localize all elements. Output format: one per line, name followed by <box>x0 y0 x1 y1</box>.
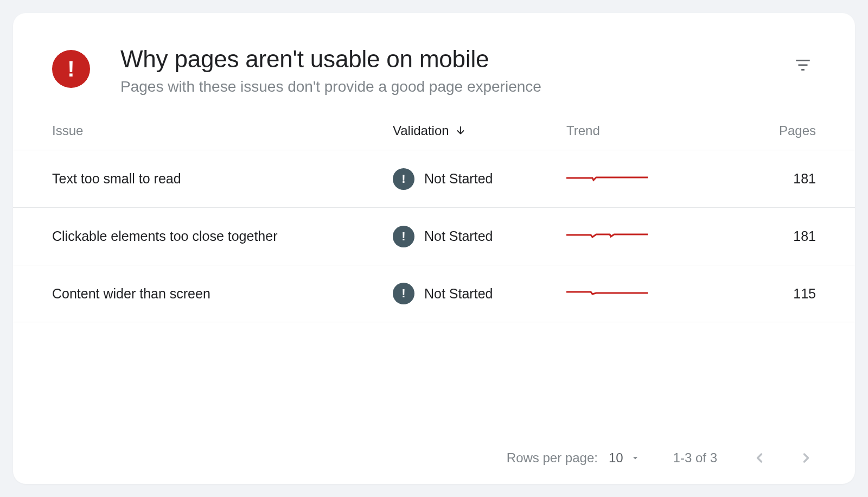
status-not-started-icon: ! <box>393 226 414 247</box>
next-page-button[interactable] <box>796 448 816 468</box>
filter-button[interactable] <box>790 52 816 78</box>
validation-cell: ! Not Started <box>393 283 566 304</box>
col-validation-label: Validation <box>393 123 449 138</box>
chevron-right-icon <box>799 450 814 466</box>
trend-sparkline-icon <box>566 228 648 245</box>
table-row[interactable]: Content wider than screen ! Not Started … <box>13 265 855 322</box>
issues-card: ! Why pages aren't usable on mobile Page… <box>13 13 855 484</box>
issue-name: Text too small to read <box>52 171 393 187</box>
filter-icon <box>794 56 812 74</box>
trend-cell <box>566 285 718 302</box>
sort-desc-icon <box>455 125 467 137</box>
trend-sparkline-icon <box>566 171 648 187</box>
rows-per-page-select[interactable]: 10 <box>609 450 641 466</box>
table-footer: Rows per page: 10 1-3 of 3 <box>13 433 855 468</box>
rows-per-page-value: 10 <box>609 450 623 466</box>
issues-table: Issue Validation Trend Pages Text too sm… <box>13 112 855 433</box>
validation-cell: ! Not Started <box>393 168 566 190</box>
card-title: Why pages aren't usable on mobile <box>120 46 790 73</box>
alert-icon: ! <box>52 50 90 88</box>
validation-label: Not Started <box>424 228 493 244</box>
prev-page-button[interactable] <box>750 448 769 468</box>
issue-name: Content wider than screen <box>52 286 393 302</box>
status-not-started-icon: ! <box>393 283 414 304</box>
validation-label: Not Started <box>424 171 493 187</box>
rows-per-page-label: Rows per page: <box>507 450 598 466</box>
pages-count: 181 <box>718 171 816 187</box>
trend-cell <box>566 228 718 245</box>
table-row[interactable]: Text too small to read ! Not Started 181 <box>13 150 855 207</box>
trend-cell <box>566 171 718 187</box>
col-issue[interactable]: Issue <box>52 123 393 138</box>
pages-count: 181 <box>718 228 816 244</box>
col-validation[interactable]: Validation <box>393 123 566 138</box>
pages-count: 115 <box>718 286 816 302</box>
issue-name: Clickable elements too close together <box>52 228 393 244</box>
page-range: 1-3 of 3 <box>673 450 717 466</box>
validation-cell: ! Not Started <box>393 226 566 247</box>
col-trend[interactable]: Trend <box>566 123 718 138</box>
card-header: ! Why pages aren't usable on mobile Page… <box>13 46 855 112</box>
card-subtitle: Pages with these issues don't provide a … <box>120 78 790 95</box>
trend-sparkline-icon <box>566 285 648 302</box>
validation-label: Not Started <box>424 286 493 302</box>
chevron-left-icon <box>752 450 767 466</box>
table-row[interactable]: Clickable elements too close together ! … <box>13 207 855 265</box>
dropdown-icon <box>630 453 641 463</box>
status-not-started-icon: ! <box>393 168 414 190</box>
col-pages[interactable]: Pages <box>718 123 816 138</box>
